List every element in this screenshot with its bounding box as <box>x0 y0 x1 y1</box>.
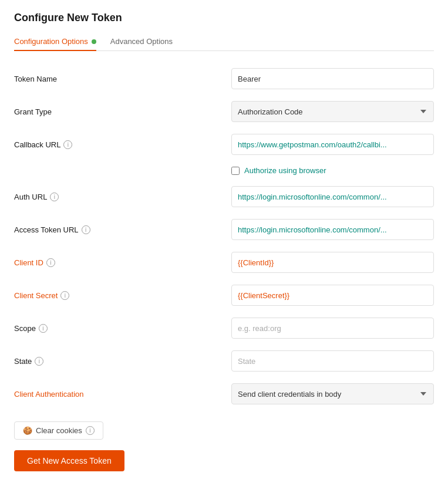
state-label: State i <box>14 357 231 366</box>
tab-active-dot <box>92 39 96 44</box>
clear-cookies-info-icon[interactable]: i <box>86 426 95 435</box>
tabs-bar: Configuration Options Advanced Options <box>14 32 434 51</box>
client-auth-label: Client Authentication <box>14 390 231 399</box>
state-row: State i <box>14 350 434 372</box>
authorize-browser-checkbox[interactable] <box>231 167 240 175</box>
client-secret-row: Client Secret i <box>14 284 434 306</box>
auth-url-row: Auth URL i <box>14 185 434 208</box>
access-token-url-label: Access Token URL i <box>14 225 231 234</box>
authorize-browser-row: Authorize using browser <box>14 166 434 175</box>
authorize-browser-label[interactable]: Authorize using browser <box>244 166 326 175</box>
callback-url-wrap <box>231 134 434 155</box>
client-id-wrap <box>231 252 434 273</box>
tab-advanced-label: Advanced Options <box>110 37 173 46</box>
client-secret-wrap <box>231 285 434 306</box>
auth-url-label: Auth URL i <box>14 193 231 201</box>
tab-configuration-label: Configuration Options <box>14 37 88 46</box>
token-name-label: Token Name <box>14 75 231 83</box>
page-title: Configure New Token <box>14 12 434 24</box>
client-id-info-icon[interactable]: i <box>46 258 55 267</box>
scope-row: Scope i <box>14 317 434 339</box>
client-id-input[interactable] <box>231 252 434 273</box>
get-token-wrap: Get New Access Token <box>14 446 434 471</box>
client-secret-info-icon[interactable]: i <box>60 291 69 300</box>
auth-url-wrap <box>231 186 434 207</box>
client-id-label: Client ID i <box>14 258 231 267</box>
grant-type-wrap: Authorization Code Implicit Client Crede… <box>231 101 434 122</box>
scope-wrap <box>231 318 434 339</box>
grant-type-select[interactable]: Authorization Code Implicit Client Crede… <box>231 101 434 122</box>
access-token-url-row: Access Token URL i <box>14 218 434 241</box>
client-secret-label: Client Secret i <box>14 291 231 300</box>
callback-url-input[interactable] <box>231 134 434 155</box>
tab-configuration[interactable]: Configuration Options <box>14 32 96 50</box>
tab-advanced[interactable]: Advanced Options <box>110 32 173 50</box>
token-name-input[interactable] <box>231 68 434 89</box>
access-token-url-wrap <box>231 219 434 240</box>
bottom-actions: 🍪 Clear cookies i <box>14 421 434 440</box>
auth-url-input[interactable] <box>231 186 434 207</box>
clear-cookies-label: Clear cookies <box>36 426 82 435</box>
client-secret-input[interactable] <box>231 285 434 306</box>
callback-url-row: Callback URL i <box>14 133 434 156</box>
access-token-url-info-icon[interactable]: i <box>82 225 90 234</box>
scope-info-icon[interactable]: i <box>39 324 48 333</box>
access-token-url-input[interactable] <box>231 219 434 240</box>
state-wrap <box>231 350 434 372</box>
clear-cookies-button[interactable]: 🍪 Clear cookies i <box>14 421 103 440</box>
cookie-icon: 🍪 <box>23 426 32 435</box>
auth-url-info-icon[interactable]: i <box>50 193 59 201</box>
state-info-icon[interactable]: i <box>35 357 43 366</box>
client-auth-select[interactable]: Send client credentials in body Send as … <box>231 383 434 404</box>
client-id-row: Client ID i <box>14 251 434 274</box>
grant-type-label: Grant Type <box>14 107 231 116</box>
client-auth-wrap: Send client credentials in body Send as … <box>231 383 434 404</box>
callback-url-label: Callback URL i <box>14 140 231 149</box>
state-input[interactable] <box>231 350 434 372</box>
token-name-wrap <box>231 68 434 89</box>
scope-input[interactable] <box>231 318 434 339</box>
token-name-row: Token Name <box>14 68 434 90</box>
scope-label: Scope i <box>14 324 231 333</box>
grant-type-row: Grant Type Authorization Code Implicit C… <box>14 100 434 123</box>
callback-url-info-icon[interactable]: i <box>63 140 72 149</box>
get-new-access-token-button[interactable]: Get New Access Token <box>14 450 124 471</box>
client-auth-row: Client Authentication Send client creden… <box>14 383 434 405</box>
